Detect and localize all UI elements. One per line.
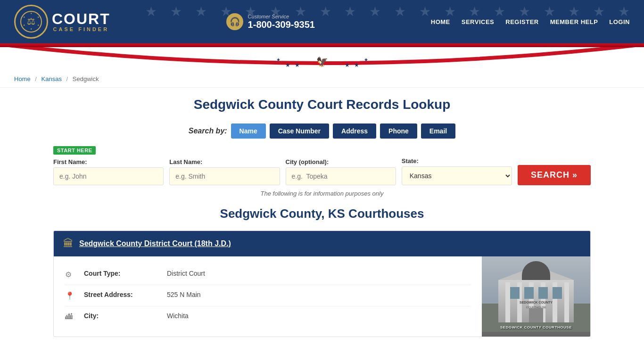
courthouse-name[interactable]: Sedgwick County District Court (18th J.D… [79,239,231,248]
courthouse-image-art: SEDGWICK COUNTY COURTHOUSE [482,256,590,337]
main-content: Sedgwick County Court Records Lookup Sea… [39,88,605,356]
arch-decoration: 🦅 ★ ★ ★ ★ ★ ★ [0,47,644,71]
logo-circle: ⚖ ★ ★ ★ ★ ★ ★ [14,5,48,39]
courthouse-image-svg: SEDGWICK COUNTY COURTHOUSE [482,256,590,332]
svg-rect-26 [524,287,534,299]
svg-text:COURTHOUSE: COURTHOUSE [526,306,546,309]
city-label: City (optional): [286,158,396,165]
headset-icon: 🎧 [226,13,243,30]
svg-rect-25 [510,287,520,299]
search-by-label: Search by: [189,127,227,135]
svg-text:★: ★ [276,57,281,62]
nav-services[interactable]: SERVICES [462,18,495,25]
svg-rect-19 [505,282,510,322]
first-name-group: First Name: [53,158,164,185]
first-name-label: First Name: [53,158,164,165]
logo-case-finder-label: CASE FINDER [52,26,110,32]
breadcrumb-sep-2: / [66,75,68,82]
nav-login[interactable]: LOGIN [609,18,630,25]
courthouse-card-header: 🏛 Sedgwick County District Court (18th J… [54,231,590,256]
courthouse-card: 🏛 Sedgwick County District Court (18th J… [53,230,591,337]
courthouse-building-icon: 🏛 [63,238,74,250]
state-group: State: Kansas Alabama Alaska Arizona Ark… [402,157,512,185]
last-name-label: Last Name: [169,158,280,165]
svg-text:★: ★ [30,12,33,15]
first-name-input[interactable] [53,167,164,185]
detail-row-city: 🏙 City: Wichita [65,306,471,327]
svg-rect-24 [564,282,569,322]
state-label: State: [402,157,512,165]
arch-svg: 🦅 ★ ★ ★ ★ ★ ★ [0,47,644,71]
courthouses-title: Sedgwick County, KS Courthouses [53,206,591,221]
svg-text:★: ★ [23,16,25,18]
breadcrumb-state[interactable]: Kansas [41,75,62,82]
logo-area: ⚖ ★ ★ ★ ★ ★ ★ COURT CASE FINDER [14,5,110,39]
search-form-container: START HERE First Name: Last Name: City (… [53,146,591,185]
court-type-label: Court Type: [84,270,159,277]
site-header: ⚖ ★ ★ ★ ★ ★ ★ COURT CASE FINDER 🎧 Custom… [0,0,644,43]
svg-text:SEDGWICK COUNTY: SEDGWICK COUNTY [520,301,553,304]
court-type-icon: ⚙ [65,270,76,279]
main-nav: HOME SERVICES REGISTER MEMBER HELP LOGIN [431,18,630,25]
last-name-group: Last Name: [169,158,280,185]
city-detail-label: City: [84,312,159,320]
tab-phone[interactable]: Phone [380,123,417,139]
red-ribbon [0,43,644,47]
city-group: City (optional): [286,158,396,185]
svg-text:★: ★ [23,24,25,26]
nav-register[interactable]: REGISTER [505,18,538,25]
customer-service-phone: 1-800-309-9351 [248,19,315,30]
page-title: Sedgwick County Court Records Lookup [53,97,591,112]
tab-email[interactable]: Email [421,123,455,139]
svg-text:★: ★ [37,24,40,26]
customer-service-label: Customer Service [248,14,315,19]
tab-case-number[interactable]: Case Number [270,123,329,139]
start-here-badge: START HERE [53,146,96,155]
breadcrumb-county: Sedgwick [73,75,99,82]
courthouse-image: SEDGWICK COUNTY COURTHOUSE [482,256,590,337]
tab-name[interactable]: Name [231,123,266,139]
svg-text:★: ★ [30,27,33,30]
nav-member-help[interactable]: MEMBER HELP [550,18,598,25]
logo-text: COURT CASE FINDER [52,11,110,32]
detail-row-court-type: ⚙ Court Type: District Court [65,264,471,285]
logo-court-label: COURT [52,11,110,26]
city-detail-value: Wichita [167,312,189,320]
street-address-value: 525 N Main [167,291,201,298]
city-icon: 🏙 [65,313,76,321]
search-by-row: Search by: Name Case Number Address Phon… [53,123,591,139]
breadcrumb: Home / Kansas / Sedgwick [0,71,644,88]
svg-rect-27 [538,287,548,299]
courthouse-details: ⚙ Court Type: District Court 📍 Street Ad… [54,256,482,337]
logo-svg: ⚖ ★ ★ ★ ★ ★ ★ [20,10,42,33]
customer-service-area: 🎧 Customer Service 1-800-309-9351 [226,13,315,30]
svg-rect-28 [553,287,562,299]
tab-address[interactable]: Address [333,123,376,139]
svg-text:★: ★ [354,62,359,68]
detail-row-address: 📍 Street Address: 525 N Main [65,285,471,306]
address-icon: 📍 [65,291,76,300]
svg-rect-29 [529,308,543,322]
search-form-row: First Name: Last Name: City (optional): … [53,157,591,185]
svg-text:🦅: 🦅 [316,56,328,67]
state-select[interactable]: Kansas Alabama Alaska Arizona Arkansas C… [402,166,512,185]
breadcrumb-home[interactable]: Home [14,75,31,82]
courthouse-body: ⚙ Court Type: District Court 📍 Street Ad… [54,256,590,337]
court-type-value: District Court [167,270,205,277]
city-input[interactable] [286,167,396,185]
svg-text:★: ★ [295,62,300,68]
search-button[interactable]: SEARCH » [518,165,591,185]
customer-service-text: Customer Service 1-800-309-9351 [248,14,315,30]
nav-home[interactable]: HOME [431,18,450,25]
svg-text:★: ★ [364,57,368,62]
street-address-label: Street Address: [84,291,159,298]
svg-text:★: ★ [345,62,350,68]
last-name-input[interactable] [169,167,280,185]
svg-text:⚖: ⚖ [27,16,35,26]
breadcrumb-sep-1: / [35,75,37,82]
svg-text:★: ★ [285,62,290,68]
info-text: The following is for information purpose… [53,190,591,197]
